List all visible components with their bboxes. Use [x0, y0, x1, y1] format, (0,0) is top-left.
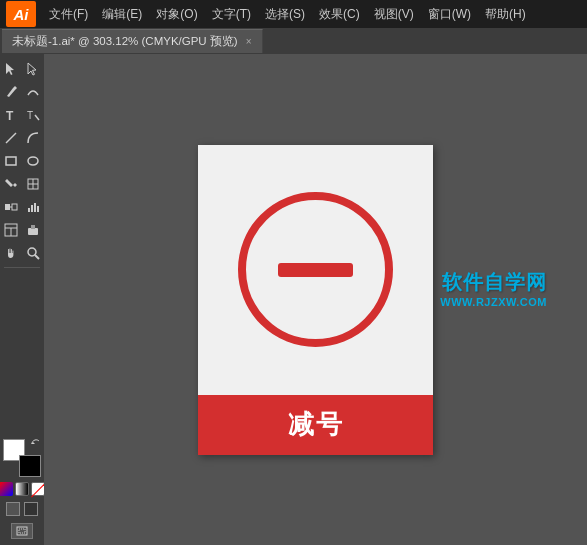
- blend-tool[interactable]: [0, 196, 22, 218]
- tool-row-hand: [0, 242, 44, 264]
- pen-tool[interactable]: [0, 81, 22, 103]
- svg-rect-20: [31, 225, 35, 229]
- tool-row-blend: [0, 196, 44, 218]
- left-toolbar: T T: [0, 54, 44, 545]
- reset-colors-icon[interactable]: [31, 439, 41, 449]
- screen-mode-icons: [6, 502, 38, 516]
- tool-row-rect: [0, 150, 44, 172]
- document-tab[interactable]: 未标题-1.ai* @ 303.12% (CMYK/GPU 预览) ×: [2, 29, 263, 53]
- direct-selection-tool[interactable]: [22, 58, 44, 80]
- paintbucket-tool[interactable]: [0, 173, 22, 195]
- chart-tool[interactable]: [22, 196, 44, 218]
- watermark: 软件自学网 WWW.RJZXW.COM: [440, 268, 547, 307]
- svg-line-2: [35, 115, 39, 120]
- svg-point-5: [28, 157, 38, 165]
- tool-row-line: [0, 127, 44, 149]
- tool-row-select: [0, 58, 44, 80]
- menu-view[interactable]: 视图(V): [367, 4, 421, 25]
- mesh-tool[interactable]: [22, 173, 44, 195]
- draw-mode-icon[interactable]: [11, 523, 33, 539]
- artwork-top-area: [198, 145, 433, 395]
- selection-tool[interactable]: [0, 58, 22, 80]
- main-area: T T: [0, 54, 587, 545]
- svg-line-3: [6, 133, 16, 143]
- hand-tool[interactable]: [0, 242, 22, 264]
- normal-mode-icon[interactable]: [6, 502, 20, 516]
- toolbar-divider: [4, 267, 40, 268]
- svg-rect-10: [12, 204, 17, 210]
- artwork-label: 减号: [288, 407, 344, 442]
- none-mode-icon[interactable]: [31, 482, 44, 496]
- touch-type-tool[interactable]: T: [22, 104, 44, 126]
- svg-rect-25: [19, 529, 25, 533]
- tab-close-button[interactable]: ×: [246, 36, 252, 47]
- gradient-mode-icon[interactable]: [15, 482, 29, 496]
- menu-effect[interactable]: 效果(C): [312, 4, 367, 25]
- minus-circle-icon: [238, 192, 393, 347]
- tab-bar: 未标题-1.ai* @ 303.12% (CMYK/GPU 预览) ×: [0, 28, 587, 54]
- svg-rect-9: [5, 204, 10, 210]
- tool-row-type: T T: [0, 104, 44, 126]
- menu-bar: 文件(F) 编辑(E) 对象(O) 文字(T) 选择(S) 效果(C) 视图(V…: [42, 4, 533, 25]
- slice-tool[interactable]: [0, 219, 22, 241]
- ellipse-tool[interactable]: [22, 150, 44, 172]
- app-logo: Ai: [6, 1, 36, 27]
- fill-stroke-area[interactable]: [3, 439, 41, 477]
- arc-tool[interactable]: [22, 127, 44, 149]
- watermark-url-text: WWW.RJZXW.COM: [440, 295, 547, 307]
- menu-file[interactable]: 文件(F): [42, 4, 95, 25]
- svg-rect-15: [37, 206, 39, 212]
- minus-bar: [278, 263, 353, 277]
- menu-text[interactable]: 文字(T): [205, 4, 258, 25]
- svg-text:T: T: [27, 110, 33, 121]
- tool-row-paintbucket: [0, 173, 44, 195]
- svg-text:T: T: [6, 109, 14, 122]
- color-area: [0, 439, 44, 545]
- color-mode-icons: [0, 482, 44, 496]
- artwork-bottom-area: 减号: [198, 395, 433, 455]
- curvature-tool[interactable]: [22, 81, 44, 103]
- menu-help[interactable]: 帮助(H): [478, 4, 533, 25]
- tool-row-pen: [0, 81, 44, 103]
- tab-label: 未标题-1.ai* @ 303.12% (CMYK/GPU 预览): [12, 34, 238, 49]
- svg-rect-12: [28, 208, 30, 212]
- rectangle-tool[interactable]: [0, 150, 22, 172]
- svg-rect-4: [6, 157, 16, 165]
- menu-edit[interactable]: 编辑(E): [95, 4, 149, 25]
- type-tool[interactable]: T: [0, 104, 22, 126]
- menu-select[interactable]: 选择(S): [258, 4, 312, 25]
- stroke-color-box[interactable]: [19, 455, 41, 477]
- menu-object[interactable]: 对象(O): [149, 4, 204, 25]
- svg-rect-14: [34, 203, 36, 212]
- line-tool[interactable]: [0, 127, 22, 149]
- svg-rect-19: [28, 228, 38, 235]
- fullscreen-preview-icon[interactable]: [24, 502, 38, 516]
- svg-rect-13: [31, 205, 33, 212]
- color-mode-icon[interactable]: [0, 482, 13, 496]
- tool-row-zoom: [0, 219, 44, 241]
- watermark-main-text: 软件自学网: [442, 268, 547, 295]
- canvas-area: 减号 软件自学网 WWW.RJZXW.COM: [44, 54, 587, 545]
- svg-point-21: [28, 248, 36, 256]
- zoom-tool[interactable]: [22, 242, 44, 264]
- artwork-canvas: 减号: [198, 145, 433, 455]
- eraser-tool[interactable]: [22, 219, 44, 241]
- title-bar: Ai 文件(F) 编辑(E) 对象(O) 文字(T) 选择(S) 效果(C) 视…: [0, 0, 587, 28]
- menu-window[interactable]: 窗口(W): [421, 4, 478, 25]
- svg-line-22: [35, 255, 39, 259]
